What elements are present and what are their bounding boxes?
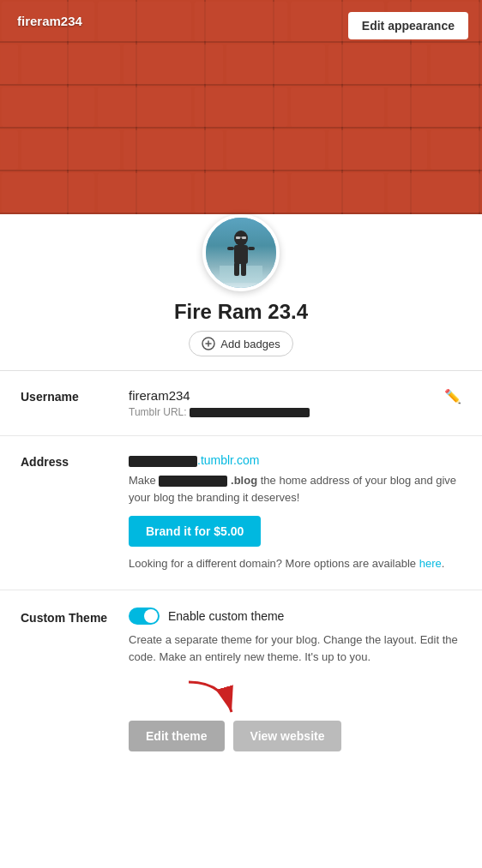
add-badges-label: Add badges	[220, 338, 280, 350]
tumblr-url-redacted	[190, 408, 310, 417]
custom-theme-label: Custom Theme	[21, 608, 115, 751]
svg-rect-8	[242, 236, 246, 239]
svg-rect-7	[236, 236, 240, 239]
username-row: Username fireram234 Tumblr URL: ✏️	[0, 371, 482, 436]
theme-description: Create a separate theme for your blog. C…	[129, 632, 461, 666]
custom-theme-row: Custom Theme Enable custom theme Create …	[0, 590, 482, 782]
address-row: Address .tumblr.com Make .blog the home …	[0, 436, 482, 590]
address-redacted	[129, 456, 197, 467]
here-link[interactable]: here	[419, 557, 442, 570]
username-content: fireram234 Tumblr URL: ✏️	[129, 388, 461, 418]
enable-row: Enable custom theme	[129, 608, 461, 625]
svg-rect-3	[234, 262, 239, 276]
avatar	[202, 214, 280, 291]
address-tumblr-link[interactable]: .tumblr.com	[197, 453, 259, 467]
edit-appearance-button[interactable]: Edit appearance	[348, 12, 468, 39]
domain-alt-text: Looking for a different domain? More opt…	[129, 555, 461, 572]
custom-theme-content: Enable custom theme Create a separate th…	[129, 608, 461, 751]
badge-icon	[202, 337, 215, 350]
enable-label: Enable custom theme	[168, 609, 284, 623]
address-description: Make .blog the home address of your blog…	[129, 472, 461, 506]
address-content: .tumblr.com Make .blog the home address …	[129, 453, 461, 572]
edit-username-icon[interactable]: ✏️	[444, 388, 461, 404]
blog-redacted	[159, 476, 227, 487]
custom-theme-header: Custom Theme Enable custom theme Create …	[21, 608, 461, 751]
username-label: Username	[21, 388, 115, 418]
svg-rect-6	[248, 247, 255, 250]
banner-username: fireram234	[17, 14, 82, 28]
address-label: Address	[21, 453, 115, 572]
profile-header: Fire Ram 23.4 Add badges	[0, 214, 482, 370]
brand-button[interactable]: Brand it for $5.00	[129, 516, 261, 547]
settings-panel: Username fireram234 Tumblr URL: ✏️ Addre…	[0, 370, 482, 782]
custom-theme-toggle[interactable]	[129, 608, 160, 625]
tumblr-url: Tumblr URL:	[129, 406, 310, 418]
svg-rect-5	[227, 247, 234, 250]
view-website-button[interactable]: View website	[233, 721, 342, 751]
arrow-container	[129, 678, 461, 721]
svg-rect-4	[241, 262, 246, 276]
action-buttons: Edit theme View website	[129, 721, 461, 751]
svg-rect-2	[234, 245, 248, 264]
red-arrow-icon	[180, 678, 249, 721]
username-value: fireram234	[129, 388, 310, 403]
edit-theme-button[interactable]: Edit theme	[129, 721, 225, 751]
display-name: Fire Ram 23.4	[174, 300, 308, 324]
add-badges-button[interactable]: Add badges	[189, 331, 292, 356]
